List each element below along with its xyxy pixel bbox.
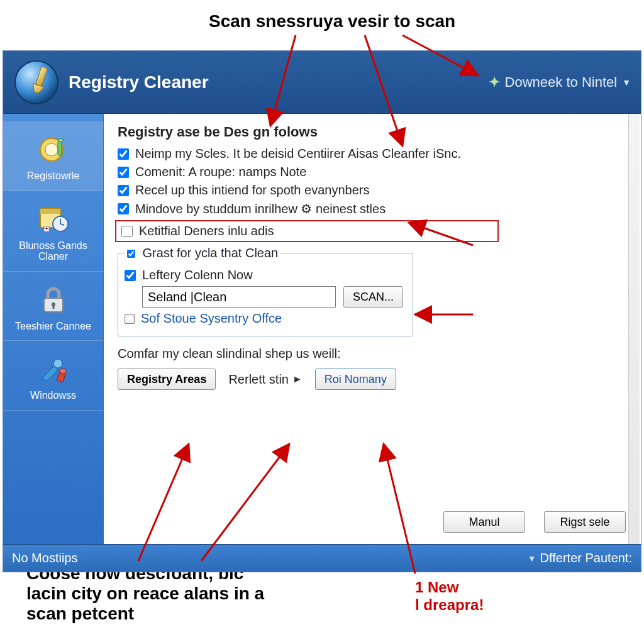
sidebar: Registowrle + Blunoss Gands Claner — [3, 114, 104, 544]
tools-icon — [36, 352, 70, 386]
sidebar-item-label: Blunoss Gands Claner — [19, 240, 87, 262]
svg-rect-6 — [40, 209, 60, 214]
checkbox[interactable] — [118, 185, 129, 196]
registry-areas-button[interactable]: Registry Areas — [118, 369, 216, 390]
right-select-button[interactable]: Rigst sele — [544, 511, 626, 533]
annot-bottom-new: 1 New l dreapra! — [415, 579, 484, 613]
svg-point-16 — [60, 369, 66, 374]
sidebar-item-teeshier[interactable]: Teeshier Cannee — [3, 272, 103, 341]
checkbox[interactable] — [118, 203, 129, 214]
play-icon: ► — [292, 374, 303, 385]
app-logo-icon — [13, 59, 60, 106]
svg-rect-14 — [52, 304, 54, 309]
button-row: Registry Areas Rerlett stin ► Roi Nomany — [118, 369, 627, 390]
header-link[interactable]: ✦ Downeek to Nintel ▼ — [489, 74, 631, 91]
titlebar: Registry Cleaner ✦ Downeek to Nintel ▼ — [3, 51, 641, 114]
check-row-2[interactable]: Recel up this intiend for spoth evanynbe… — [118, 183, 627, 197]
svg-point-3 — [45, 143, 58, 156]
checkbox[interactable] — [118, 167, 129, 178]
annot-top: Scan snessruya vesir to scan — [209, 11, 455, 31]
annot-bottom-left: Coose now descfoant, bic lacin city on r… — [26, 564, 264, 625]
svg-text:+: + — [45, 226, 48, 232]
roi-nomany-button[interactable]: Roi Nomany — [315, 369, 396, 390]
checkbox[interactable] — [118, 148, 129, 160]
registry-icon — [36, 133, 70, 167]
check-label: Ketitfial Deners inlu adis — [139, 224, 274, 238]
calendar-clock-icon: + — [36, 203, 70, 236]
chevron-down-icon: ▼ — [528, 553, 536, 564]
lock-icon — [36, 283, 70, 317]
manual-button[interactable]: Manul — [443, 511, 525, 533]
checkbox[interactable] — [121, 226, 133, 237]
mid-action[interactable]: Rerlett stin ► — [228, 372, 302, 387]
status-left: No Mostiips — [12, 551, 77, 565]
svg-point-15 — [53, 359, 62, 368]
checkbox[interactable] — [125, 270, 136, 281]
scan-group: Grast for ycla that Clean Leftery Colenn… — [118, 246, 413, 336]
check-row-3[interactable]: Mindove by studdum inrilhew ⚙ neinest st… — [118, 201, 627, 216]
scrollbar[interactable] — [628, 114, 640, 544]
scan-button[interactable]: SCAN... — [343, 286, 403, 308]
check-row-0[interactable]: Neimp my Scles. It be deisid Centiirer A… — [118, 147, 627, 161]
sidebar-item-label: Registowrle — [27, 170, 80, 182]
canvas: Scan snessruya vesir to scan User mejuim… — [0, 0, 644, 644]
check-label: Neimp my Scles. It be deisid Centiirer A… — [135, 147, 461, 161]
check-label: Leftery Colenn Now — [142, 268, 253, 282]
sidebar-item-registry[interactable]: Registowrle — [3, 121, 103, 191]
check-row-1[interactable]: Comenit: A roupe: namps Note — [118, 165, 627, 179]
content: Registry ase be Des gn folows Neimp my S… — [104, 114, 641, 544]
scan-path-input[interactable] — [142, 286, 336, 308]
app-window: Registry Cleaner ✦ Downeek to Nintel ▼ — [3, 50, 641, 572]
section-title: Registry ase be Des gn folows — [118, 124, 627, 140]
group-legend: Grast for ycla that Clean — [125, 246, 280, 260]
sidebar-item-blunoss[interactable]: + Blunoss Gands Claner — [3, 191, 103, 272]
sidebar-item-label: Windowss — [30, 390, 76, 401]
sidebar-item-windows[interactable]: Windowss — [3, 341, 103, 411]
checkbox-disabled-icon — [125, 314, 135, 324]
group-link[interactable]: Sof Stoue Sysentry Offce — [141, 311, 282, 326]
check-label: Mindove by studdum inrilhew ⚙ neinest st… — [135, 201, 386, 216]
app-title: Registry Cleaner — [69, 72, 209, 92]
status-right: Dfferter Pautent: — [540, 551, 632, 565]
check-label: Recel up this intiend for spoth evanynbe… — [135, 183, 369, 197]
sidebar-item-label: Teeshier Cannee — [15, 321, 91, 332]
footer-text: Comfar my clean slindinal shep us weill: — [118, 347, 627, 361]
statusbar: No Mostiips ▼ Dfferter Pautent: — [3, 544, 641, 572]
checkbox[interactable] — [127, 250, 135, 258]
body: Registowrle + Blunoss Gands Claner — [3, 114, 641, 544]
bottom-buttons: Manul Rigst sele — [443, 511, 626, 533]
highlighted-option[interactable]: Ketitfial Deners inlu adis — [115, 220, 499, 242]
plus-icon: ✦ — [489, 74, 500, 91]
chevron-down-icon: ▼ — [622, 77, 631, 87]
check-label: Comenit: A roupe: namps Note — [135, 165, 306, 179]
svg-rect-4 — [58, 142, 62, 155]
